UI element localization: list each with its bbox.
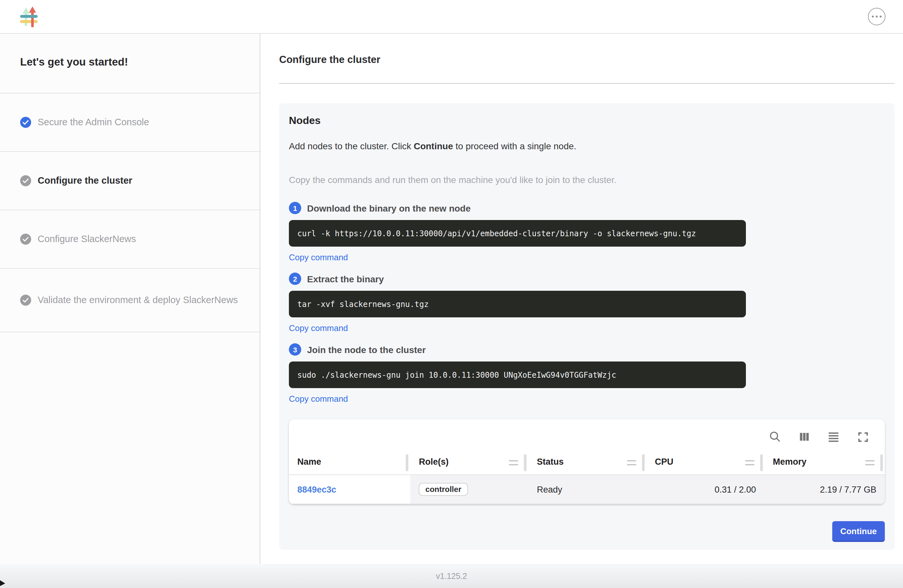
footer: v1.125.2: [0, 564, 903, 588]
nodes-card: Nodes Add nodes to the cluster. Click Co…: [279, 103, 895, 550]
step-2-header: 2 Extract the binary: [289, 273, 885, 285]
join-hint: Copy the commands and run them on the ma…: [289, 175, 885, 185]
ellipsis-dot: [872, 16, 874, 18]
sidebar-item-configure-slackernews[interactable]: Configure SlackerNews: [0, 210, 260, 269]
column-resize-handle[interactable]: [406, 454, 409, 471]
column-resize-handle[interactable]: [524, 454, 527, 471]
column-drag-icon[interactable]: [865, 460, 875, 465]
column-header-status[interactable]: Status: [529, 450, 647, 475]
column-resize-handle[interactable]: [880, 454, 883, 471]
sidebar-item-configure-cluster[interactable]: Configure the cluster: [0, 152, 260, 210]
title-divider: [279, 83, 895, 84]
step-2-command-code: tar -xvf slackernews-gnu.tgz: [289, 291, 746, 318]
column-header-cpu[interactable]: CPU: [647, 450, 765, 475]
check-circle-pending-icon: [20, 234, 31, 245]
step-1-copy-command-link[interactable]: Copy command: [289, 253, 885, 262]
ellipsis-dot: [876, 16, 878, 18]
table-header-row: Name Role(s) Status CPU Memory: [289, 450, 885, 475]
sidebar-item-label: Validate the environment & deploy Slacke…: [38, 294, 238, 306]
step-2-copy-command-link[interactable]: Copy command: [289, 323, 885, 333]
step-1-title: Download the binary on the new node: [307, 203, 470, 213]
step-2-number-badge: 2: [289, 273, 301, 285]
column-resize-handle[interactable]: [760, 454, 763, 471]
version-label: v1.125.2: [436, 571, 467, 580]
node-memory-cell: 2.19 / 7.77 GB: [765, 475, 885, 504]
sidebar-item-validate-deploy[interactable]: Validate the environment & deploy Slacke…: [0, 269, 260, 332]
node-name-link[interactable]: 8849ec3c: [297, 484, 336, 494]
slackernews-logo-icon: [20, 6, 38, 27]
setup-steps-sidebar: Let's get you started! Secure the Admin …: [0, 34, 260, 564]
admin-console-app: Let's get you started! Secure the Admin …: [0, 0, 903, 588]
step-3-title: Join the node to the cluster: [307, 344, 426, 355]
column-drag-icon[interactable]: [745, 460, 754, 465]
sidebar-item-secure-admin-console[interactable]: Secure the Admin Console: [0, 93, 260, 152]
step-2-title: Extract the binary: [307, 274, 384, 284]
show-hide-columns-icon[interactable]: [798, 430, 811, 443]
nodes-heading: Nodes: [289, 115, 885, 127]
card-actions: Continue: [289, 521, 885, 541]
ellipsis-dot: [879, 16, 882, 18]
sidebar-item-label: Configure SlackerNews: [38, 233, 136, 245]
nodes-intro: Add nodes to the cluster. Click Continue…: [289, 141, 885, 151]
step-1-command-code: curl -k https://10.0.0.11:30000/api/v1/e…: [289, 220, 746, 247]
toggle-fullscreen-icon[interactable]: [856, 430, 869, 443]
column-header-roles[interactable]: Role(s): [411, 450, 529, 475]
node-name-cell: 8849ec3c: [289, 475, 411, 504]
column-header-memory[interactable]: Memory: [765, 450, 885, 475]
column-resize-handle[interactable]: [642, 454, 645, 471]
toggle-density-icon[interactable]: [827, 430, 840, 443]
node-roles-cell: controller: [411, 475, 529, 504]
continue-button[interactable]: Continue: [832, 521, 885, 541]
top-bar: [0, 0, 903, 34]
step-3-copy-command-link[interactable]: Copy command: [289, 394, 885, 404]
node-status-cell: Ready: [529, 475, 647, 504]
nodes-table-card: Name Role(s) Status CPU Memory 8849ec3c …: [289, 419, 885, 504]
sidebar-item-label: Secure the Admin Console: [38, 116, 149, 128]
step-1-number-badge: 1: [289, 202, 301, 214]
column-drag-icon[interactable]: [509, 460, 518, 465]
nodes-table: Name Role(s) Status CPU Memory 8849ec3c …: [289, 450, 885, 504]
overflow-menu-button[interactable]: [868, 8, 886, 25]
column-header-name[interactable]: Name: [289, 450, 411, 475]
step-3-command-code: sudo ./slackernews-gnu join 10.0.0.11:30…: [289, 362, 746, 388]
sidebar-item-label: Configure the cluster: [38, 175, 132, 187]
column-drag-icon[interactable]: [627, 460, 636, 465]
search-icon[interactable]: [769, 430, 782, 443]
table-toolbar: [289, 419, 885, 450]
role-badge: controller: [419, 483, 468, 496]
table-row: 8849ec3c controller Ready 0.31 / 2.00 2.…: [289, 475, 885, 504]
step-1-header: 1 Download the binary on the new node: [289, 202, 885, 214]
check-circle-pending-icon: [20, 295, 31, 306]
check-circle-pending-icon: [20, 175, 31, 186]
node-cpu-cell: 0.31 / 2.00: [647, 475, 765, 504]
mouse-cursor-artifact: [0, 580, 5, 586]
step-3-header: 3 Join the node to the cluster: [289, 343, 885, 356]
main-panel: Configure the cluster Nodes Add nodes to…: [260, 34, 903, 564]
page-title: Configure the cluster: [279, 54, 895, 66]
sidebar-title: Let's get you started!: [0, 34, 260, 93]
check-circle-complete-icon: [20, 117, 31, 128]
step-3-number-badge: 3: [289, 343, 301, 356]
